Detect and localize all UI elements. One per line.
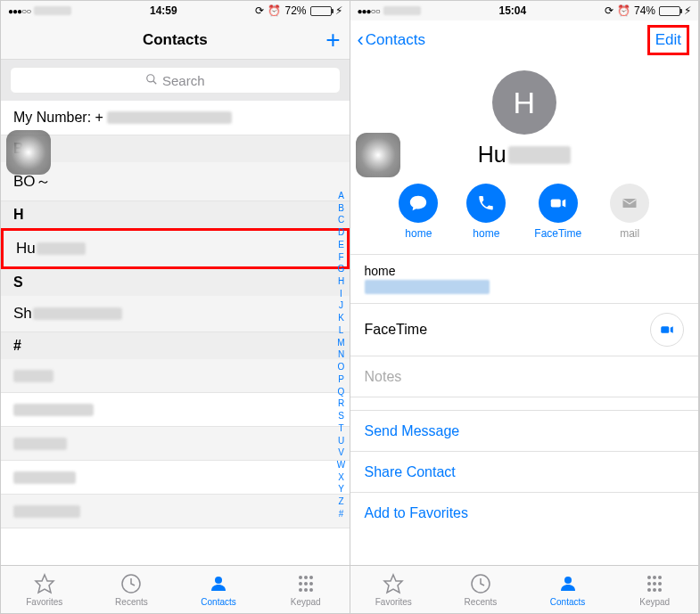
star-icon — [382, 572, 405, 595]
contact-name-text: Hu — [16, 240, 36, 258]
avatar: H — [492, 70, 556, 135]
my-number-label: My Number: + — [13, 110, 103, 126]
section-header-s: S — [1, 269, 350, 296]
svg-point-13 — [309, 588, 313, 592]
action-message[interactable]: home — [399, 184, 438, 240]
status-bar: ●●●○○ 14:59 ⟳ ⏰ 72% ⚡︎ — [1, 1, 350, 20]
svg-point-26 — [653, 582, 656, 585]
tab-contacts[interactable]: Contacts — [175, 566, 262, 613]
charging-icon: ⚡︎ — [335, 4, 342, 17]
action-label: mail — [620, 227, 639, 240]
send-message-link[interactable]: Send Message — [350, 411, 699, 452]
action-call[interactable]: home — [466, 184, 506, 240]
screen-contact-detail: ●●●○○ 15:04 ⟳ ⏰ 74% ⚡︎ ‹ Contacts Edit H… — [350, 1, 700, 613]
tab-bar: Favorites Recents Contacts Keypad — [1, 565, 350, 613]
rotation-lock-icon: ⟳ — [605, 4, 614, 17]
star-icon — [33, 572, 56, 595]
contact-name-text — [13, 471, 76, 484]
add-contact-button[interactable]: + — [325, 20, 340, 60]
navbar: ‹ Contacts Edit — [350, 20, 699, 60]
contact-row-highlighted[interactable]: Hu — [1, 228, 350, 269]
search-placeholder: Search — [162, 73, 205, 88]
svg-point-5 — [299, 576, 302, 579]
share-contact-link[interactable]: Share Contact — [350, 452, 699, 493]
field-label: FaceTime — [365, 322, 428, 338]
link-label: Share Contact — [365, 464, 456, 480]
svg-point-22 — [647, 576, 651, 579]
tab-recents[interactable]: Recents — [437, 566, 524, 613]
contact-row[interactable] — [1, 495, 350, 528]
tab-contacts[interactable]: Contacts — [524, 566, 612, 613]
tab-favorites[interactable]: Favorites — [350, 566, 438, 613]
tab-label: Contacts — [201, 597, 235, 607]
contact-name-text — [13, 404, 94, 416]
tab-favorites[interactable]: Favorites — [1, 566, 88, 613]
status-time: 15:04 — [498, 4, 526, 17]
battery-percent: 74% — [634, 4, 655, 17]
search-input[interactable]: Search — [10, 67, 341, 94]
tab-label: Favorites — [26, 597, 62, 607]
action-row: home home FaceTime mail — [350, 171, 699, 254]
contact-name-text — [13, 505, 80, 518]
add-favorites-link[interactable]: Add to Favorites — [350, 493, 699, 534]
svg-point-9 — [304, 582, 308, 585]
notes-row[interactable]: Notes — [350, 356, 699, 397]
edit-button[interactable]: Edit — [647, 20, 689, 60]
contact-row[interactable]: BO～ — [1, 162, 350, 201]
search-icon — [145, 73, 158, 88]
svg-rect-17 — [661, 326, 669, 333]
tab-bar: Favorites Recents Contacts Keypad — [350, 565, 699, 613]
mail-icon — [610, 184, 649, 223]
my-number-row[interactable]: My Number: + — [1, 101, 350, 135]
battery-percent: 72% — [284, 4, 306, 17]
contact-name: Hu — [350, 142, 699, 168]
contact-row[interactable] — [1, 359, 350, 393]
svg-point-11 — [299, 588, 302, 592]
svg-point-6 — [304, 576, 308, 579]
section-header-h: H — [1, 201, 350, 228]
tab-keypad[interactable]: Keypad — [262, 566, 350, 613]
rotation-lock-icon: ⟳ — [255, 4, 264, 17]
svg-point-25 — [647, 582, 651, 585]
tab-keypad[interactable]: Keypad — [611, 566, 698, 613]
section-header-hash: # — [1, 332, 350, 359]
field-label: home — [365, 264, 490, 278]
phone-row[interactable]: home — [350, 255, 699, 304]
tab-label: Keypad — [639, 597, 670, 607]
navbar: Contacts + — [1, 20, 350, 60]
assistive-touch-icon[interactable] — [6, 130, 51, 175]
facetime-video-button[interactable] — [650, 313, 684, 347]
person-icon — [207, 572, 230, 595]
navbar-title: Contacts — [143, 31, 208, 49]
action-label: home — [405, 227, 432, 240]
chevron-left-icon: ‹ — [358, 29, 364, 52]
tab-label: Favorites — [375, 597, 412, 607]
assistive-touch-icon[interactable] — [356, 133, 400, 177]
svg-point-28 — [647, 588, 651, 592]
my-number-value — [107, 111, 232, 124]
back-button[interactable]: ‹ Contacts — [358, 20, 425, 60]
svg-point-23 — [653, 576, 656, 579]
facetime-row[interactable]: FaceTime — [350, 304, 699, 356]
phone-icon — [466, 184, 506, 223]
svg-point-29 — [653, 588, 656, 592]
video-icon — [539, 184, 578, 223]
status-bar: ●●●○○ 15:04 ⟳ ⏰ 74% ⚡︎ — [350, 1, 699, 20]
avatar-initial: H — [513, 86, 535, 120]
keypad-icon — [294, 572, 317, 595]
contact-row[interactable]: Sh — [1, 296, 350, 332]
contact-row[interactable] — [1, 427, 350, 461]
tab-recents[interactable]: Recents — [88, 566, 176, 613]
action-facetime[interactable]: FaceTime — [534, 184, 581, 240]
contact-row[interactable] — [1, 461, 350, 495]
tab-label: Recents — [115, 597, 148, 607]
clock-icon — [469, 572, 492, 595]
alpha-index[interactable]: ABC DEF GHI JKL MNO PQR STU VWX YZ# — [335, 190, 348, 520]
battery-icon — [659, 6, 680, 16]
status-time: 14:59 — [150, 4, 177, 17]
contact-row[interactable] — [1, 393, 350, 427]
contacts-list[interactable]: My Number: + B BO～ H Hu S Sh # ABC DEF G… — [1, 101, 350, 565]
tab-label: Recents — [465, 597, 498, 607]
contact-name-suffix — [33, 307, 122, 320]
charging-icon: ⚡︎ — [684, 4, 691, 17]
